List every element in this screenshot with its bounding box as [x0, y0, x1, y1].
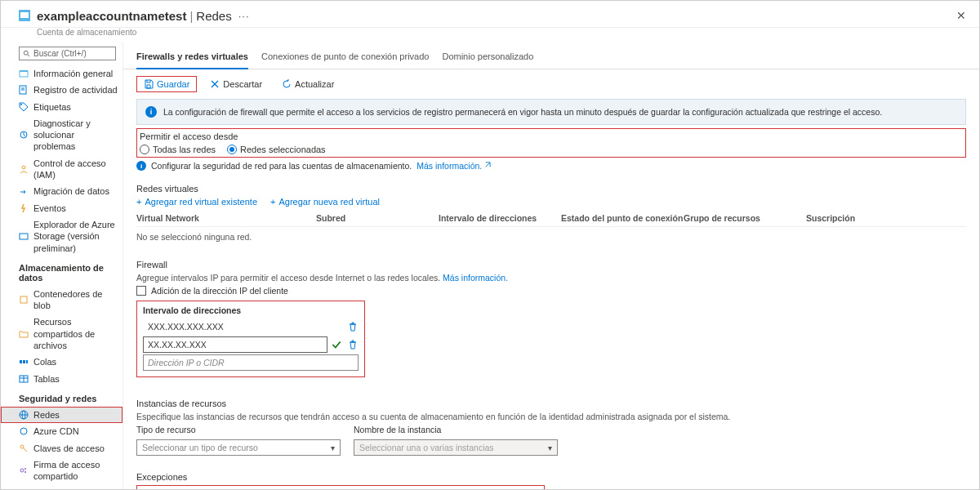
tabs: Firewalls y redes virtuales Conexiones d… — [123, 42, 979, 69]
nav-explorer[interactable]: Explorador de Azure Storage (versión pre… — [1, 216, 122, 256]
svg-point-23 — [20, 428, 27, 434]
svg-point-9 — [20, 104, 22, 105]
svg-rect-12 — [20, 234, 28, 239]
delete-icon[interactable] — [347, 339, 359, 350]
svg-line-25 — [23, 448, 27, 452]
tab-private-endpoints[interactable]: Conexiones de punto de conexión privado — [261, 48, 429, 69]
nav-section-security: Seguridad y redes — [1, 387, 122, 407]
col-endpoint: Estado del punto de conexión — [561, 213, 684, 223]
client-ip-checkbox[interactable]: Adición de la dirección IP del cliente — [136, 286, 966, 296]
vnet-title: Redes virtuales — [136, 184, 966, 194]
svg-rect-1 — [20, 12, 29, 14]
col-range: Intervalo de direcciones — [439, 213, 561, 223]
check-icon — [331, 339, 342, 350]
access-title: Permitir el acceso desde — [140, 131, 963, 141]
svg-rect-4 — [20, 71, 28, 77]
nav-migration[interactable]: Migración de datos — [1, 183, 122, 199]
add-existing-vnet[interactable]: Agregar red virtual existente — [136, 197, 257, 207]
nav-sas[interactable]: Firma de acceso compartido — [1, 457, 122, 485]
chevron-down-icon: ▾ — [548, 443, 552, 452]
sidebar: Buscar (Ctrl+/) Información general Regi… — [1, 42, 123, 489]
instances-col2: Nombre de la instancia — [354, 425, 558, 434]
svg-rect-5 — [20, 70, 28, 72]
page-subtitle: Cuenta de almacenamiento — [1, 28, 979, 42]
nav-diagnose[interactable]: Diagnosticar y solucionar problemas — [1, 115, 122, 155]
svg-point-27 — [24, 468, 26, 470]
info-banner: i La configuración de firewall que permi… — [136, 99, 966, 125]
nav-queues[interactable]: Colas — [1, 354, 122, 370]
svg-point-28 — [24, 471, 26, 473]
svg-point-26 — [20, 469, 24, 472]
svg-line-3 — [28, 54, 30, 56]
instance-name-select: Seleccionar una o varias instancias▾ — [354, 439, 558, 456]
svg-rect-14 — [20, 360, 22, 363]
ip-row-2[interactable]: XX.XX.XX.XXX — [143, 336, 327, 353]
ip-row-1[interactable]: XXX.XXX.XXX.XXX — [143, 318, 344, 335]
nav-containers[interactable]: Contenedores de blob — [1, 286, 122, 314]
instances-title: Instancias de recursos — [136, 399, 966, 408]
nav-tags[interactable]: Etiquetas — [1, 99, 122, 115]
vnet-table: Virtual Network Subred Intervalo de dire… — [136, 210, 966, 243]
ip-range-block: Intervalo de direcciones XXX.XXX.XXX.XXX… — [136, 301, 365, 377]
close-icon[interactable]: ✕ — [953, 6, 969, 25]
toolbar: Guardar Descartar Actualizar — [123, 69, 979, 99]
nav-networking[interactable]: Redes — [1, 407, 122, 423]
firewall-title: Firewall — [136, 260, 966, 270]
nav-fileshares[interactable]: Recursos compartidos de archivos — [1, 314, 122, 354]
nav-activity[interactable]: Registro de actividad — [1, 82, 122, 98]
storage-icon — [19, 10, 30, 21]
firewall-more-link[interactable]: Más información. — [443, 273, 508, 283]
nav-events[interactable]: Eventos — [1, 200, 122, 216]
svg-rect-13 — [20, 296, 27, 303]
firewall-desc: Agregue intervalos IP para permitir el a… — [136, 273, 966, 283]
svg-point-2 — [24, 51, 28, 55]
col-rg: Grupo de recursos — [684, 213, 806, 223]
page-title: exampleaccountnametest|Redes — [37, 9, 232, 23]
refresh-icon — [282, 79, 292, 89]
net-security-text: Configurar la seguridad de red para las … — [151, 161, 412, 171]
col-sub: Suscripción — [806, 213, 966, 223]
radio-selected-networks[interactable]: Redes seleccionadas — [227, 145, 326, 154]
svg-point-11 — [22, 166, 25, 169]
vnet-empty: No se seleccionó ninguna red. — [136, 227, 966, 243]
save-button[interactable]: Guardar — [136, 76, 197, 92]
add-new-vnet[interactable]: Agregar nueva red virtual — [270, 197, 380, 207]
more-icon[interactable]: ··· — [238, 10, 250, 22]
tab-firewalls[interactable]: Firewalls y redes virtuales — [136, 48, 248, 69]
nav-keys[interactable]: Claves de acceso — [1, 440, 122, 457]
discard-icon — [210, 79, 220, 89]
radio-all-networks[interactable]: Todas las redes — [140, 145, 216, 154]
discard-button[interactable]: Descartar — [203, 77, 269, 91]
nav-encryption[interactable]: Cifrado — [1, 484, 122, 489]
ip-row-new[interactable]: Dirección IP o CIDR — [143, 354, 359, 371]
col-vnet: Virtual Network — [136, 213, 316, 223]
nav-tables[interactable]: Tablas — [1, 371, 122, 387]
instances-desc: Especifique las instancias de recursos q… — [136, 412, 966, 421]
refresh-button[interactable]: Actualizar — [275, 77, 341, 91]
tab-custom-domain[interactable]: Dominio personalizado — [442, 48, 533, 69]
delete-icon[interactable] — [347, 321, 359, 332]
nav-cdn[interactable]: Azure CDN — [1, 423, 122, 439]
nav-section-storage: Almacenamiento de datos — [1, 256, 122, 286]
ip-range-title: Intervalo de direcciones — [143, 305, 359, 315]
save-icon — [144, 79, 154, 89]
chevron-down-icon: ▾ — [331, 443, 335, 452]
net-security-link[interactable]: Más información. — [416, 161, 491, 171]
nav-iam[interactable]: Control de acceso (IAM) — [1, 155, 122, 184]
svg-rect-15 — [23, 360, 25, 363]
access-from-section: Permitir el acceso desde Todas las redes… — [136, 128, 966, 158]
exceptions-title: Excepciones — [136, 472, 966, 482]
nav-overview[interactable]: Información general — [1, 65, 122, 82]
svg-rect-16 — [26, 360, 28, 363]
col-subnet: Subred — [316, 213, 439, 223]
search-input[interactable]: Buscar (Ctrl+/) — [19, 47, 116, 60]
info-icon: i — [145, 106, 157, 118]
info-icon: i — [136, 161, 146, 171]
instances-col1: Tipo de recurso — [136, 425, 341, 434]
resource-type-select[interactable]: Seleccionar un tipo de recurso▾ — [136, 439, 341, 456]
